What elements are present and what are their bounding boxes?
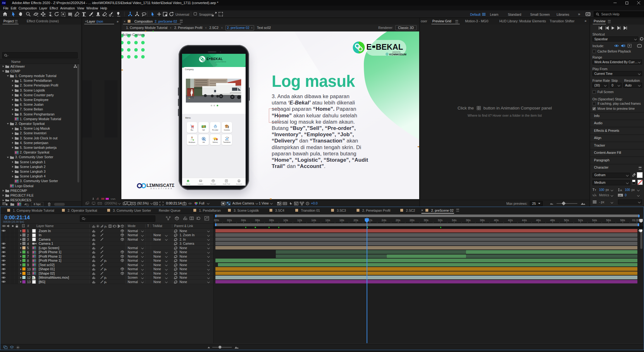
shortcut-dropdown[interactable]: Spacebar — [592, 36, 638, 42]
layer-row-5[interactable]: 5[Logo Screen]NormalNone — [0, 246, 213, 250]
parent-dropdown[interactable]: 1. Zoom In — [180, 233, 209, 237]
tab-close-icon[interactable]: × — [421, 208, 423, 213]
tab-preview-grid[interactable]: Preview Grid — [432, 19, 451, 23]
project-item-3-community-user-sorter[interactable]: 3. Community User Sorter — [0, 155, 79, 159]
workspace-small-screen[interactable]: Small Screen — [530, 13, 550, 16]
fx-icon[interactable]: fx — [104, 276, 108, 279]
phone-menu-card-inventory[interactable]: Inventory — [222, 122, 232, 133]
project-item-logo-ebekal[interactable]: Logo Ebekal — [0, 183, 79, 188]
parent-dropdown[interactable]: None — [180, 246, 209, 250]
solo-cell[interactable] — [10, 242, 14, 246]
project-item-7-scene-belian[interactable]: 7. Scene Belian — [0, 107, 79, 112]
tab-composition[interactable]: Composition — [134, 20, 153, 23]
twirl-right-icon[interactable] — [11, 137, 14, 139]
eye-icon[interactable] — [2, 276, 6, 280]
timeline-zoom-handle[interactable] — [219, 346, 221, 349]
layer-twirl-icon[interactable] — [19, 281, 22, 283]
workspace-default[interactable]: Default — [470, 13, 480, 16]
composition-mini-flowchart-icon[interactable] — [166, 216, 171, 221]
fx-icon[interactable]: fx — [104, 280, 108, 284]
audio-cell[interactable] — [6, 242, 10, 246]
audio-cell[interactable] — [6, 276, 10, 280]
joint-tool-button[interactable] — [127, 11, 133, 17]
twirl-right-icon[interactable] — [2, 189, 4, 192]
primary-viewer-icon[interactable] — [637, 44, 642, 48]
pickwhip-icon[interactable] — [174, 237, 178, 241]
show-snapshot-icon[interactable] — [188, 202, 192, 205]
carousel-dot[interactable] — [211, 105, 212, 106]
time-ruler[interactable]: 0:00s02s04s06s08s10s12s14s16s18s20s22s24… — [214, 218, 644, 223]
breadcrumb-item[interactable]: Text sc02 — [257, 26, 271, 30]
eye-cell[interactable] — [2, 237, 6, 241]
play-from-dropdown[interactable]: Current Time — [592, 71, 642, 76]
quality-icon[interactable] — [100, 271, 104, 275]
shy-icon[interactable] — [92, 259, 96, 262]
view-layout-dropdown[interactable]: Active Camera — [232, 201, 258, 205]
layer-row-4[interactable]: 4Camera 13. Camera — [0, 242, 213, 246]
slider-handle[interactable] — [562, 201, 566, 205]
panel-menu-icon[interactable] — [15, 20, 18, 23]
region-of-interest-button[interactable] — [218, 11, 224, 17]
tab-animation-composer[interactable]: oser — [421, 19, 427, 23]
phone-nav-audit[interactable]: Audit Trail — [219, 179, 233, 185]
breadcrumb-item[interactable]: 1. Company Module Tutorial — [126, 26, 167, 30]
font-style-dropdown[interactable]: Medium — [592, 180, 630, 185]
layer-bar-segment[interactable] — [466, 250, 637, 254]
rotate-tool-button[interactable] — [53, 11, 60, 17]
home-tool-button[interactable] — [2, 11, 8, 17]
vr-goggles-icon[interactable] — [130, 202, 136, 205]
layer-bar-segment[interactable] — [215, 276, 637, 279]
frame-rate-dropdown[interactable]: (30) — [592, 83, 608, 88]
project-item-1-scene-log-masuk[interactable]: 1. Scene Log Masuk — [0, 126, 79, 131]
twirl-right-icon[interactable] — [11, 108, 14, 111]
include-audio-icon[interactable] — [621, 44, 625, 48]
project-item-precomp[interactable]: PRECOMP — [0, 188, 79, 193]
solo-cell[interactable] — [10, 271, 14, 275]
layer-color-chip[interactable] — [22, 263, 25, 266]
layer-bar-segment[interactable] — [215, 229, 637, 233]
pickwhip-icon[interactable] — [174, 263, 178, 267]
lock-cell[interactable] — [14, 271, 19, 275]
twirl-right-icon[interactable] — [11, 146, 14, 149]
layer-color-chip[interactable] — [22, 250, 25, 254]
timeline-tab-2-operator-syarikat[interactable]: 2. Operator Syarikat — [62, 207, 97, 214]
audio-cell[interactable] — [6, 229, 10, 233]
project-item-3-scene-logistik[interactable]: 3. Scene Logistik — [0, 88, 79, 92]
if-caching[interactable]: If caching, play cached frames — [592, 102, 641, 105]
timeline-tab-2-sc2[interactable]: 2.SC2 — [400, 207, 415, 214]
fx-icon[interactable]: fx — [104, 267, 108, 271]
timeline-tab-3-community-user-sorter[interactable]: 3. Community User Sorter — [107, 207, 151, 214]
delete-icon[interactable] — [47, 202, 51, 206]
next-frame-button[interactable] — [617, 26, 622, 30]
mode-dropdown[interactable]: Normal — [128, 229, 143, 233]
workspace-standard[interactable]: Standard — [508, 13, 521, 16]
renderer-button[interactable]: Classic 3D — [395, 25, 417, 30]
layer-bar-segment[interactable] — [215, 271, 637, 275]
motion-blur-icon[interactable] — [196, 216, 201, 221]
include-overlays-icon[interactable] — [627, 44, 632, 48]
tracking-arrow[interactable] — [637, 194, 640, 196]
eye-icon[interactable] — [2, 271, 6, 275]
cube-3d-icon[interactable] — [120, 271, 124, 275]
layer-bar-segment[interactable] — [215, 233, 637, 237]
phone-menu-card-transaction[interactable]: Transaction — [222, 134, 232, 145]
timeline-tab-3-scene-logistik[interactable]: 3. Scene Logistik — [228, 207, 259, 214]
panel-menu-icon[interactable] — [455, 20, 458, 23]
layer-twirl-icon[interactable] — [19, 247, 22, 249]
pickwhip-icon[interactable] — [174, 250, 178, 254]
exposure-value[interactable]: +0.0 — [311, 201, 318, 205]
selection-tool-button[interactable] — [10, 11, 17, 17]
layer-row-12[interactable]: 12[MinimalWaves.mov]fxScreenNoneNone — [0, 276, 213, 280]
orbit-tool-button[interactable] — [33, 11, 39, 17]
pickwhip-icon[interactable] — [174, 259, 178, 262]
carousel-dot-active[interactable] — [217, 105, 218, 106]
cube-3d-icon[interactable] — [120, 237, 124, 241]
layer-bar-segment[interactable] — [218, 263, 637, 267]
twirl-right-icon[interactable] — [11, 142, 14, 144]
tab-motion-3[interactable]: Motion-3 - MG© — [465, 19, 489, 23]
type-tool-button[interactable] — [81, 11, 87, 17]
mode-dropdown[interactable]: Normal — [128, 246, 143, 250]
lock-cell[interactable] — [14, 254, 19, 258]
composition-viewer[interactable]: Log masuk 3. Anda akan dibawa ke paparan… — [121, 31, 419, 200]
audio-cell[interactable] — [6, 259, 10, 263]
